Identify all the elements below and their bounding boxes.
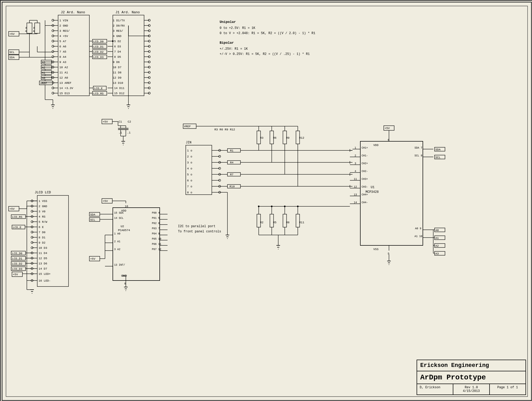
svg-text:8: 8: [124, 282, 126, 285]
svg-text:C1: C1: [119, 120, 122, 123]
svg-text:2 GND: 2 GND: [59, 24, 68, 27]
title-block: Erickson Engineering ArDpm Prototype D, …: [417, 360, 526, 395]
svg-text:LCD_D0: LCD_D0: [93, 40, 104, 43]
svg-text:13 D10: 13 D10: [113, 81, 123, 85]
project-name: ArDpm Prototype: [417, 371, 525, 384]
svg-text:15 LED+: 15 LED+: [39, 272, 51, 276]
svg-text:.1: .1: [127, 131, 131, 134]
svg-text:P01 5: P01 5: [152, 217, 160, 220]
bipolar-title: Bipolar: [220, 41, 234, 45]
svg-text:12: 12: [354, 186, 357, 188]
svg-rect-425: [227, 149, 240, 152]
svg-text:P05 10: P05 10: [152, 238, 161, 240]
svg-text:14 +3.3V: 14 +3.3V: [59, 87, 73, 90]
svg-text:10 D7: 10 D7: [113, 66, 121, 69]
svg-text:6 E: 6 E: [39, 226, 44, 229]
svg-text:A2: A2: [42, 66, 45, 69]
svg-text:R7: R7: [230, 173, 233, 176]
svg-text:2 GND: 2 GND: [39, 205, 47, 208]
svg-text:VREF: VREF: [184, 125, 191, 128]
svg-text:A3: A3: [42, 61, 45, 64]
svg-text:GND: GND: [122, 275, 127, 277]
svg-text:+5V: +5V: [385, 127, 390, 130]
svg-rect-449: [257, 214, 261, 227]
svg-text:2 A1: 2 A1: [114, 240, 120, 243]
svg-text:10 D3: 10 D3: [39, 246, 47, 250]
svg-text:CH3+: CH3+: [362, 178, 368, 181]
svg-text:JIN: JIN: [186, 141, 191, 144]
svg-rect-431: [227, 161, 240, 164]
svg-text:2 o: 2 o: [187, 155, 192, 158]
svg-text:P02 6: P02 6: [152, 222, 160, 225]
svg-text:CH2+: CH2+: [362, 162, 368, 165]
svg-text:16 LED-: 16 LED-: [39, 279, 51, 282]
svg-text:P03 7: P03 7: [152, 227, 160, 230]
svg-text:3 RES/: 3 RES/: [113, 29, 123, 33]
svg-text:4 +5V: 4 +5V: [59, 35, 68, 38]
svg-text:14 D7: 14 D7: [39, 267, 47, 270]
svg-text:13: 13: [354, 193, 357, 196]
svg-point-496: [258, 206, 259, 207]
svg-text:7 D4: 7 D4: [114, 50, 121, 53]
svg-text:SDA: SDA: [90, 213, 95, 216]
svg-text:2: 2: [355, 154, 356, 157]
svg-text:15 D12: 15 D12: [114, 92, 125, 95]
svg-text:LCD_E: LCD_E: [13, 226, 21, 229]
svg-text:P00 4: P00 4: [152, 212, 160, 214]
svg-text:R6: R6: [273, 136, 276, 139]
svg-text:+5V: +5V: [103, 200, 108, 203]
svg-text:SCL: SCL: [9, 51, 15, 54]
svg-text:5 A7: 5 A7: [59, 40, 66, 43]
svg-text:+5V: +5V: [13, 273, 18, 276]
svg-text:+5V: +5V: [103, 120, 108, 123]
svg-text:CH4-: CH4-: [362, 201, 368, 204]
svg-text:R3  R6  R9  R12: R3 R6 R9 R12: [214, 128, 235, 131]
svg-point-497: [271, 206, 273, 207]
svg-text:U1: U1: [371, 186, 374, 189]
svg-text:9 D6: 9 D6: [113, 61, 120, 64]
i2c-note-line1: I2C to parallel port: [178, 225, 215, 228]
bipolar-line1: +/.25V: R1 = 1K: [220, 47, 248, 51]
svg-text:R2: R2: [260, 221, 263, 224]
svg-text:7 o: 7 o: [187, 185, 192, 188]
svg-text:LCD_D3: LCD_D3: [93, 56, 104, 59]
svg-text:+5V: +5V: [9, 33, 15, 36]
svg-text:LCD_E: LCD_E: [94, 87, 103, 90]
svg-text:SCL: SCL: [435, 156, 441, 159]
svg-text:1 A0: 1 A0: [114, 232, 120, 235]
svg-text:R10: R10: [230, 185, 235, 188]
i2c-note-line2: To front panel controls: [178, 230, 221, 233]
svg-text:1 o: 1 o: [187, 149, 192, 152]
svg-text:11: 11: [354, 178, 357, 181]
svg-text:.1: .1: [119, 131, 122, 134]
unipolar-line2: 0 to V > +2.048: R1 = 5K, R2 = ((V / 2.0…: [220, 31, 315, 35]
svg-text:LCD_D2: LCD_D2: [93, 50, 104, 54]
unipolar-line1: 0 to +2.5V: R1 = 1K: [220, 26, 256, 30]
svg-text:CH2-: CH2-: [362, 170, 368, 173]
unipolar-title: Unipolar: [220, 20, 236, 24]
svg-text:SDA: SDA: [9, 56, 15, 59]
svg-text:3 o: 3 o: [187, 161, 192, 164]
svg-text:C2: C2: [128, 120, 131, 123]
svg-text:R1: R1: [230, 149, 234, 152]
svg-text:13 D6: 13 D6: [39, 262, 47, 265]
svg-point-498: [284, 206, 286, 207]
svg-rect-0: [1, 1, 532, 401]
rev-field: Rev 1.0 4/15/2013: [453, 384, 490, 394]
svg-text:+5V: +5V: [90, 257, 95, 260]
svg-text:3 V0: 3 V0: [39, 210, 45, 213]
j2-title: J2 Ard. Nano: [61, 10, 85, 14]
svg-text:9 A3: 9 A3: [59, 61, 66, 64]
svg-point-111: [112, 40, 114, 42]
svg-text:LCD_D1: LCD_D1: [93, 45, 104, 48]
j1-title: J1 Ard. Nano: [115, 10, 140, 14]
svg-text:15 D13: 15 D13: [59, 92, 70, 95]
svg-text:A1: A1: [42, 71, 46, 74]
svg-text:11 A1: 11 A1: [59, 71, 68, 74]
svg-text:R5: R5: [273, 221, 276, 224]
svg-text:LCD_D3: LCD_D3: [12, 268, 22, 271]
svg-text:LCD_D0: LCD_D0: [12, 252, 22, 255]
bipolar-line2: +/-V > 0.25V: R1 = 5K, R2 = ((V / .25) -…: [220, 52, 310, 56]
svg-text:14: 14: [354, 201, 357, 204]
svg-rect-453: [270, 214, 274, 227]
